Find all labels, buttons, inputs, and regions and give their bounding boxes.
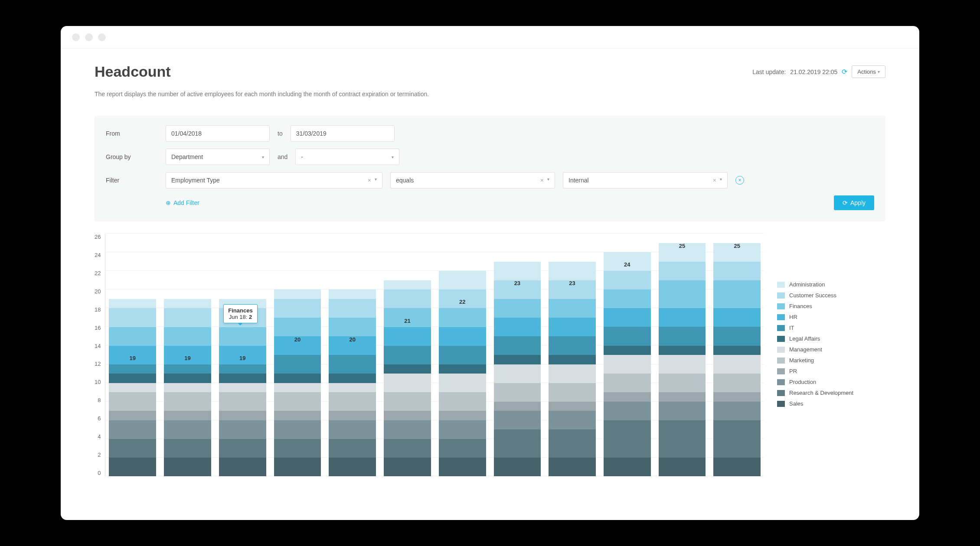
bar-segment[interactable] xyxy=(329,383,376,393)
bar-segment[interactable] xyxy=(274,439,321,458)
bar-segment[interactable] xyxy=(713,327,761,345)
bar-segment[interactable] xyxy=(439,364,486,374)
bar-segment[interactable] xyxy=(659,327,706,345)
bar-segment[interactable] xyxy=(384,411,431,420)
legend-item[interactable]: HR xyxy=(777,314,885,320)
bar-segment[interactable] xyxy=(549,318,596,336)
bar-segment[interactable] xyxy=(494,262,541,280)
bar-segment[interactable] xyxy=(164,327,211,346)
bar-segment[interactable] xyxy=(329,374,376,383)
bar-segment[interactable] xyxy=(604,289,651,308)
bar-segment[interactable] xyxy=(549,411,596,429)
bar-segment[interactable] xyxy=(713,420,761,458)
bar-segment[interactable] xyxy=(439,411,486,420)
bar-segment[interactable] xyxy=(439,374,486,392)
bar-segment[interactable] xyxy=(274,318,321,336)
bar-segment[interactable] xyxy=(549,429,596,458)
legend-item[interactable]: PR xyxy=(777,368,885,374)
bar-segment[interactable] xyxy=(109,327,156,346)
legend-item[interactable]: Research & Development xyxy=(777,390,885,396)
bar-segment[interactable] xyxy=(329,289,376,299)
bar-segment[interactable] xyxy=(439,346,486,364)
bar-segment[interactable] xyxy=(164,420,211,439)
bar-segment[interactable] xyxy=(439,458,486,476)
bar-segment[interactable] xyxy=(604,392,651,402)
bar-segment[interactable] xyxy=(494,355,541,364)
bar-segment[interactable] xyxy=(713,280,761,309)
bar-segment[interactable] xyxy=(439,308,486,327)
bar-segment[interactable] xyxy=(713,374,761,392)
bar-segment[interactable] xyxy=(549,364,596,383)
bar-segment[interactable] xyxy=(109,420,156,439)
bar-segment[interactable] xyxy=(494,458,541,476)
bar-segment[interactable] xyxy=(494,429,541,458)
remove-filter-icon[interactable]: × xyxy=(735,176,744,185)
add-filter-button[interactable]: ⊕ Add Filter xyxy=(166,199,199,206)
bar-segment[interactable] xyxy=(219,374,266,383)
bar-segment[interactable] xyxy=(164,411,211,420)
bar-column[interactable]: 25 xyxy=(659,243,706,476)
bar-segment[interactable] xyxy=(659,374,706,392)
bar-segment[interactable] xyxy=(549,355,596,364)
bar-segment[interactable] xyxy=(439,420,486,439)
bar-segment[interactable] xyxy=(494,318,541,336)
bar-segment[interactable] xyxy=(549,402,596,411)
bar-segment[interactable] xyxy=(659,355,706,374)
bar-segment[interactable] xyxy=(384,327,431,346)
bar-segment[interactable] xyxy=(494,336,541,355)
bar-segment[interactable] xyxy=(439,392,486,411)
bar-segment[interactable] xyxy=(274,355,321,374)
bar-segment[interactable] xyxy=(604,374,651,392)
bar-segment[interactable] xyxy=(109,392,156,411)
bar-segment[interactable] xyxy=(384,280,431,290)
bar-segment[interactable] xyxy=(384,364,431,374)
bar-segment[interactable] xyxy=(164,439,211,458)
bar-segment[interactable] xyxy=(439,439,486,458)
bar-segment[interactable] xyxy=(494,383,541,402)
bar-segment[interactable] xyxy=(659,280,706,309)
bar-segment[interactable] xyxy=(659,346,706,355)
filter-operator-select[interactable]: equals × ▾ xyxy=(390,172,555,188)
bar-segment[interactable] xyxy=(219,420,266,439)
bar-segment[interactable] xyxy=(384,374,431,392)
bar-segment[interactable] xyxy=(713,262,761,280)
actions-dropdown[interactable]: Actions ▾ xyxy=(852,65,885,78)
bar-column[interactable]: 23 xyxy=(494,262,541,476)
bar-segment[interactable] xyxy=(604,420,651,458)
bar-segment[interactable] xyxy=(164,392,211,411)
bar-segment[interactable] xyxy=(219,458,266,476)
bar-segment[interactable] xyxy=(274,392,321,411)
bar-column[interactable]: 20 xyxy=(329,289,376,476)
bar-segment[interactable] xyxy=(439,327,486,346)
legend-item[interactable]: Finances xyxy=(777,303,885,309)
legend-item[interactable]: IT xyxy=(777,325,885,331)
bar-segment[interactable] xyxy=(439,271,486,289)
filter-field-select[interactable]: Employment Type × ▾ xyxy=(166,172,382,188)
bar-segment[interactable] xyxy=(494,402,541,411)
bar-segment[interactable] xyxy=(164,458,211,476)
bar-segment[interactable] xyxy=(659,308,706,327)
bar-segment[interactable] xyxy=(329,318,376,336)
apply-button[interactable]: ⟳ Apply xyxy=(834,195,874,210)
bar-segment[interactable] xyxy=(219,411,266,420)
bar-segment[interactable] xyxy=(549,336,596,355)
bar-segment[interactable] xyxy=(713,458,761,476)
bar-segment[interactable] xyxy=(274,289,321,299)
bar-segment[interactable] xyxy=(164,299,211,309)
bar-segment[interactable] xyxy=(659,458,706,476)
bar-segment[interactable] xyxy=(604,346,651,355)
bar-segment[interactable] xyxy=(384,439,431,458)
bar-segment[interactable] xyxy=(219,439,266,458)
bar-segment[interactable] xyxy=(329,392,376,411)
bar-segment[interactable] xyxy=(109,374,156,383)
legend-item[interactable]: Customer Success xyxy=(777,292,885,299)
bar-segment[interactable] xyxy=(659,420,706,458)
bar-segment[interactable] xyxy=(164,383,211,393)
bar-segment[interactable] xyxy=(109,364,156,374)
legend-item[interactable]: Administration xyxy=(777,281,885,288)
bar-segment[interactable] xyxy=(219,364,266,374)
legend-item[interactable]: Marketing xyxy=(777,357,885,364)
bar-segment[interactable] xyxy=(109,308,156,327)
bar-segment[interactable] xyxy=(219,383,266,393)
bar-column[interactable]: 19 xyxy=(164,299,211,476)
